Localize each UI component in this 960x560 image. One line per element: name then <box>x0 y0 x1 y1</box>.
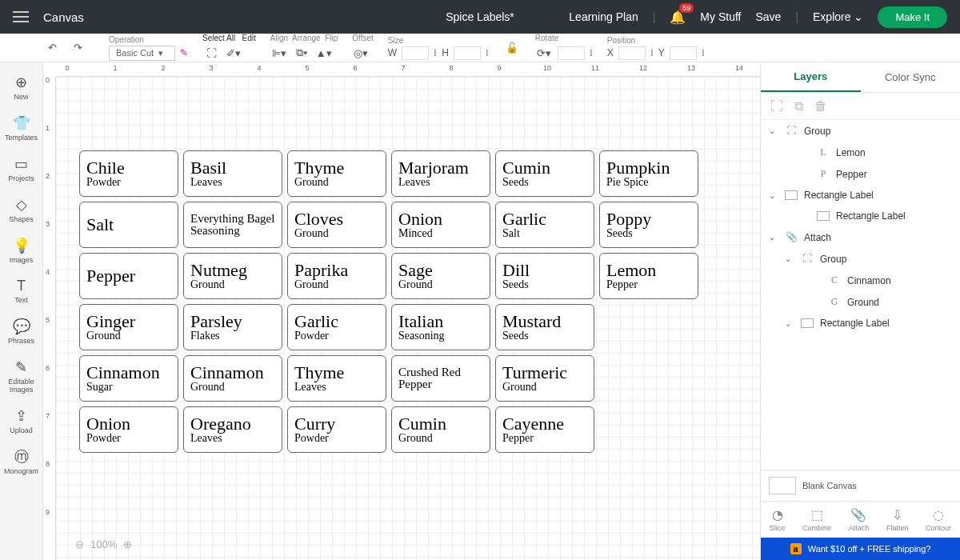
spice-label[interactable]: CayennePepper <box>495 406 594 453</box>
zoom-control[interactable]: ⊖100%⊕ <box>75 538 132 550</box>
delete-icon[interactable]: 🗑 <box>814 99 827 114</box>
contour-button[interactable]: ◌Contour <box>926 507 951 532</box>
spice-label[interactable]: CinnamonGround <box>183 355 282 402</box>
align-button[interactable]: ⊫▾ <box>270 44 288 62</box>
spice-label[interactable]: LemonPepper <box>599 253 698 299</box>
nav-new[interactable]: ⊕New <box>0 67 42 108</box>
project-title[interactable]: Spice Labels* <box>446 10 514 23</box>
zoom-in-icon[interactable]: ⊕ <box>123 538 132 550</box>
spice-label[interactable]: NutmegGround <box>183 253 282 299</box>
combine-button[interactable]: ⬚Combine <box>802 507 831 532</box>
notifications-icon[interactable]: 🔔59 <box>670 10 686 25</box>
blank-canvas-row[interactable]: Blank Canvas <box>761 470 960 501</box>
offset-button[interactable]: ◎▾ <box>352 44 370 62</box>
nav-shapes[interactable]: ◇Shapes <box>0 190 42 230</box>
make-it-button[interactable]: Make It <box>878 6 947 28</box>
spice-label[interactable]: PoppySeeds <box>599 202 698 248</box>
tab-layers[interactable]: Layers <box>761 62 861 92</box>
nav-images[interactable]: 💡Images <box>0 230 42 271</box>
chevron-icon[interactable]: ⌄ <box>785 319 794 328</box>
spice-label[interactable]: ThymeGround <box>287 150 386 197</box>
canvas-area[interactable]: 01234567891011121314 0123456789 ChilePow… <box>43 62 760 560</box>
my-stuff-link[interactable]: My Stuff <box>700 10 741 23</box>
tab-color-sync[interactable]: Color Sync <box>861 62 961 92</box>
spice-label[interactable]: PaprikaGround <box>287 253 386 299</box>
layer-item[interactable]: CCinnamon <box>761 270 960 291</box>
spice-label[interactable]: Everything Bagel Seasoning <box>183 202 282 248</box>
spice-label[interactable]: GarlicSalt <box>495 202 594 248</box>
nav-editable-images[interactable]: ✎Editable Images <box>0 352 42 401</box>
edit-button[interactable]: Edit <box>242 34 256 42</box>
spice-label[interactable]: MustardSeeds <box>495 304 594 350</box>
y-input[interactable] <box>670 46 697 60</box>
flatten-button[interactable]: ⇩Flatten <box>886 507 909 532</box>
save-button[interactable]: Save <box>755 10 781 23</box>
x-input[interactable] <box>618 46 646 60</box>
spice-label[interactable]: DillSeeds <box>495 253 594 299</box>
spice-label[interactable]: Pepper <box>79 253 178 299</box>
learning-plan-link[interactable]: Learning Plan <box>569 10 638 23</box>
nav-monogram[interactable]: ⓜMonogram <box>0 442 42 482</box>
layer-item[interactable]: ⌄⛶Group <box>761 120 960 142</box>
spice-label[interactable]: CinnamonSugar <box>79 355 178 402</box>
nav-templates[interactable]: 👕Templates <box>0 108 42 149</box>
spice-label[interactable]: Crushed Red Pepper <box>391 355 490 402</box>
layer-item[interactable]: ⌄📎Attach <box>761 226 960 248</box>
spice-label[interactable]: OreganoLeaves <box>183 406 282 453</box>
menu-icon[interactable] <box>13 11 29 22</box>
spice-label[interactable]: ClovesGround <box>287 202 386 248</box>
width-input[interactable] <box>402 46 429 60</box>
layer-item[interactable]: ⌄Rectangle Label <box>761 185 960 206</box>
ungroup-icon[interactable]: ⛶ <box>770 99 783 114</box>
nav-text[interactable]: TText <box>0 270 42 311</box>
select-all-button[interactable]: Select All <box>202 34 235 42</box>
spice-label[interactable]: Salt <box>79 202 178 248</box>
nav-projects[interactable]: ▭Projects <box>0 149 42 190</box>
nav-upload[interactable]: ⇪Upload <box>0 401 42 442</box>
spice-label[interactable]: OnionMinced <box>391 202 490 248</box>
operation-select[interactable]: Basic Cut ▾ <box>109 46 175 61</box>
spice-label[interactable]: MarjoramLeaves <box>391 150 490 197</box>
pen-icon[interactable]: ✎ <box>180 47 188 58</box>
edit-icon[interactable]: ✐▾ <box>225 44 242 62</box>
spice-label[interactable]: GarlicPowder <box>287 304 386 350</box>
nav-phrases[interactable]: 💬Phrases <box>0 311 42 352</box>
select-all-icon[interactable]: ⛶ <box>202 44 220 62</box>
flip-button[interactable]: ▲▾ <box>315 44 333 62</box>
spice-label[interactable]: ChilePowder <box>79 150 178 197</box>
chevron-icon[interactable]: ⌄ <box>769 126 778 135</box>
spice-label[interactable]: BasilLeaves <box>183 150 282 197</box>
undo-button[interactable]: ↶ <box>43 39 61 57</box>
layer-item[interactable]: PPepper <box>761 163 960 185</box>
arrange-button[interactable]: ⧉▾ <box>293 44 310 62</box>
spice-label[interactable]: PumpkinPie Spice <box>599 150 698 197</box>
lock-icon[interactable]: 🔓 <box>503 39 521 57</box>
zoom-out-icon[interactable]: ⊖ <box>75 538 84 550</box>
layer-item[interactable]: LLemon <box>761 142 960 163</box>
chevron-icon[interactable]: ⌄ <box>785 254 794 263</box>
spice-label[interactable]: ItalianSeasoning <box>391 304 490 350</box>
redo-button[interactable]: ↷ <box>69 39 86 57</box>
duplicate-icon[interactable]: ⧉ <box>794 99 803 114</box>
spice-label[interactable]: CuminGround <box>391 406 490 453</box>
spice-label[interactable]: ThymeLeaves <box>287 355 386 402</box>
spice-label[interactable]: GingerGround <box>79 304 178 350</box>
height-input[interactable] <box>454 46 481 60</box>
chevron-icon[interactable]: ⌄ <box>769 191 778 200</box>
promo-banner[interactable]: aWant $10 off + FREE shipping? <box>761 538 960 560</box>
rotate-button[interactable]: ⟳▾ <box>535 44 553 62</box>
layer-item[interactable]: ⌄Rectangle Label <box>761 313 960 334</box>
spice-label[interactable]: TurmericGround <box>495 355 594 402</box>
layer-item[interactable]: Rectangle Label <box>761 206 960 226</box>
spice-label[interactable]: SageGround <box>391 253 490 299</box>
attach-button[interactable]: 📎Attach <box>849 507 870 532</box>
explore-dropdown[interactable]: Explore ⌄ <box>813 10 863 23</box>
slice-button[interactable]: ◔Slice <box>770 507 786 532</box>
layer-item[interactable]: GGround <box>761 291 960 313</box>
chevron-icon[interactable]: ⌄ <box>769 233 778 242</box>
layer-item[interactable]: ⌄⛶Group <box>761 248 960 270</box>
spice-label[interactable]: ParsleyFlakes <box>183 304 282 350</box>
spice-label[interactable]: CuminSeeds <box>495 150 594 197</box>
spice-label[interactable]: OnionPowder <box>79 406 178 453</box>
rotate-input[interactable] <box>558 46 585 60</box>
